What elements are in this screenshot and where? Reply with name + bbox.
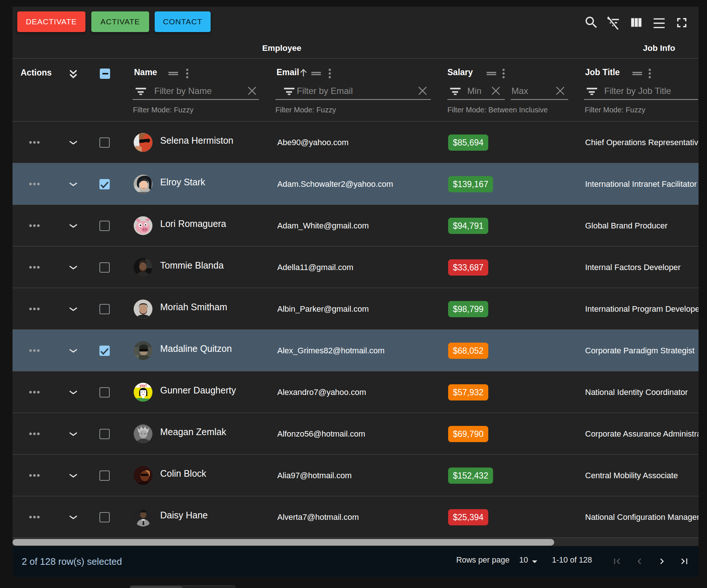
svg-text:yay!: yay! (140, 384, 147, 388)
